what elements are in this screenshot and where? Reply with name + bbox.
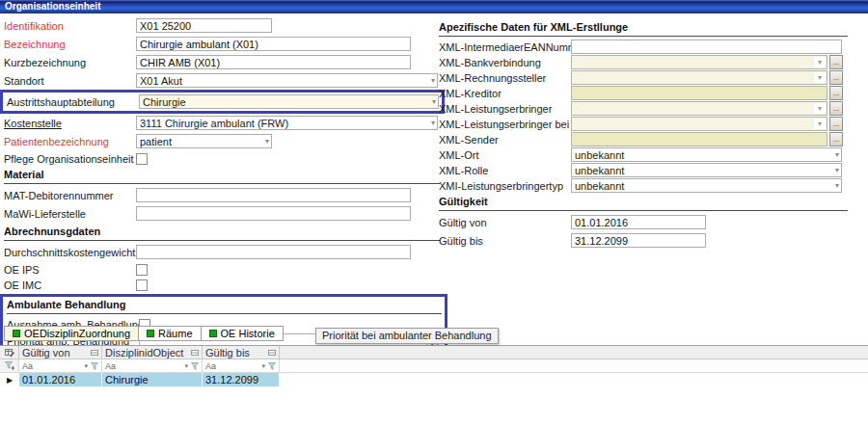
xml-leistungserbringer-langzeit-browse-button[interactable]: ...: [829, 117, 843, 131]
xmi-leistungserbringertyp-select[interactable]: unbekannt ▾: [571, 178, 842, 193]
green-square-icon: [13, 330, 20, 337]
xmi-leistungserbringertyp-label: XMI-Leistungserbringertyp: [439, 180, 571, 192]
pflege-oe-label: Pflege Organisationseinheit: [4, 153, 136, 165]
grid-cell-gueltig-von[interactable]: 01.01.2016: [19, 373, 102, 386]
kurzbezeichnung-input[interactable]: [136, 55, 411, 69]
tab-oedisziplinzuordnung[interactable]: OEDisziplinZuordnung: [4, 326, 139, 341]
chevron-down-icon: ▾: [431, 76, 435, 86]
grid-header-filler: [280, 346, 868, 359]
identifikation-label: Identifikation: [4, 20, 136, 32]
grid-header-row: Gültig von DisziplinidObject Gültig bis: [0, 346, 868, 359]
funnel-icon[interactable]: [268, 362, 276, 370]
green-square-icon: [147, 330, 154, 337]
kostenstelle-label[interactable]: Kostenstelle: [4, 118, 136, 129]
xml-bankverbindung-label: XML-Bankverbindung: [439, 57, 571, 68]
grid-column-header-gueltig-von[interactable]: Gültig von: [19, 346, 102, 359]
xml-kreditor-field[interactable]: [571, 86, 827, 100]
bezeichnung-label: Bezeichnung: [4, 39, 136, 50]
xml-ort-select[interactable]: unbekannt ▾: [571, 147, 842, 162]
tab-label: OE Historie: [221, 328, 275, 339]
organisationseinheit-window: Organisationseinheit Identifikation Beze…: [0, 0, 868, 425]
chevron-down-icon: ▾: [814, 103, 826, 114]
chevron-down-icon: ▾: [814, 119, 826, 129]
grid-cell-disziplinidobject[interactable]: Chirurgie: [102, 373, 203, 386]
funnel-plus-icon: [5, 361, 14, 370]
pin-column-icon[interactable]: [268, 347, 276, 359]
left-form-panel: Identifikation Bezeichnung Kurzbezeichnu…: [4, 18, 440, 354]
chevron-down-icon: ▾: [835, 150, 839, 160]
grid-customize-cell[interactable]: [0, 346, 19, 359]
patientenbezeichnung-label: Patientenbezeichnung: [4, 136, 136, 147]
austrittshauptabteilung-highlight-box: Austrittshauptabteilung Chirurgie ▾: [0, 90, 445, 114]
funnel-icon[interactable]: [191, 362, 199, 370]
austrittshauptabteilung-select[interactable]: Chirurgie ▾: [139, 94, 439, 109]
filter-cell-disziplinidobject[interactable]: Aa ▾: [102, 359, 203, 373]
xml-rechnungssteller-label: XML-Rechnungssteller: [439, 72, 571, 84]
grid-filter-row: Aa ▾ Aa ▾ Aa ▾: [0, 359, 868, 373]
filter-add-cell[interactable]: [0, 359, 19, 373]
filter-cell-gueltig-bis[interactable]: Aa ▾: [203, 359, 280, 373]
kurzbezeichnung-label: Kurzbezeichnung: [4, 57, 136, 68]
tab-oe-historie[interactable]: OE Historie: [201, 326, 284, 341]
xml-bankverbindung-select[interactable]: ▾: [571, 55, 827, 69]
gueltig-bis-input[interactable]: [571, 233, 706, 248]
grid-column-header-disziplinidobject[interactable]: DisziplinidObject: [102, 346, 203, 359]
gueltig-von-input[interactable]: [571, 215, 706, 229]
grid-data-row[interactable]: ▶ 01.01.2016 Chirurgie 31.12.2099: [0, 373, 868, 386]
sort-mode-icon[interactable]: Aa: [105, 361, 116, 371]
chevron-down-icon: ▾: [265, 137, 269, 146]
tab-raeume[interactable]: Räume: [138, 326, 201, 341]
xml-ort-label: XML-Ort: [439, 149, 571, 161]
standort-select[interactable]: X01 Akut ▾: [136, 73, 438, 88]
identifikation-input[interactable]: [136, 18, 272, 33]
austrittshauptabteilung-value: Chirurgie: [143, 96, 186, 108]
funnel-icon[interactable]: [91, 362, 98, 370]
xml-ort-value: unbekannt: [575, 149, 624, 161]
chevron-down-icon[interactable]: ▾: [261, 362, 265, 370]
xml-leistungserbringer-langzeit-label: XML-Leistungserbringer bei Langzeitpati: [439, 119, 571, 130]
durchschnittskostengewicht-input[interactable]: [136, 245, 411, 259]
pflege-oe-checkbox[interactable]: [136, 153, 148, 165]
chevron-down-icon[interactable]: ▾: [184, 362, 188, 370]
kostenstelle-value: 3111 Chirurgie ambulant (FRW): [140, 118, 288, 129]
window-title-bar: Organisationseinheit: [0, 0, 868, 13]
chevron-down-icon: ▾: [431, 119, 435, 128]
xml-rechnungssteller-browse-button[interactable]: ...: [829, 70, 843, 85]
mat-debitorennummer-label: MAT-Debitorennummer: [4, 190, 136, 201]
oe-disziplin-grid: Gültig von DisziplinidObject Gültig bis: [0, 345, 868, 386]
detail-tab-strip: OEDisziplinZuordnung Räume OE Historie: [5, 326, 284, 341]
chevron-down-icon[interactable]: ▾: [84, 362, 88, 370]
filter-cell-gueltig-von[interactable]: Aa ▾: [19, 359, 102, 373]
page-title: Organisationseinheit: [5, 1, 100, 12]
xml-leistungserbringer-select[interactable]: ▾: [571, 101, 827, 116]
patientenbezeichnung-select[interactable]: patient ▾: [136, 134, 272, 148]
customize-grid-icon: [5, 348, 14, 358]
xml-leistungserbringer-browse-button[interactable]: ...: [829, 101, 843, 116]
grid-column-header-gueltig-bis[interactable]: Gültig bis: [203, 346, 280, 359]
standort-label: Standort: [4, 75, 136, 87]
xml-leistungserbringer-langzeit-select[interactable]: ▾: [571, 117, 827, 131]
mawi-lieferstelle-input[interactable]: [136, 206, 411, 221]
chevron-down-icon: ▾: [432, 97, 436, 107]
sort-mode-icon[interactable]: Aa: [205, 361, 216, 371]
mat-debitorennummer-input[interactable]: [136, 188, 411, 202]
xml-sender-browse-button[interactable]: ...: [829, 132, 843, 146]
xml-intermediaer-label: XML-IntermediaerEANNummer: [439, 41, 571, 53]
oe-ips-checkbox[interactable]: [136, 264, 148, 276]
xml-rechnungssteller-select[interactable]: ▾: [571, 70, 827, 85]
xml-rolle-select[interactable]: unbekannt ▾: [571, 163, 842, 177]
sort-mode-icon[interactable]: Aa: [22, 361, 33, 371]
pin-column-icon[interactable]: [91, 347, 98, 359]
material-section-header: Material: [4, 168, 440, 184]
oe-imc-checkbox[interactable]: [136, 279, 148, 291]
xml-rolle-label: XML-Rolle: [439, 165, 571, 176]
grid-cell-gueltig-bis[interactable]: 31.12.2099: [203, 373, 280, 386]
xml-bankverbindung-browse-button[interactable]: ...: [829, 55, 843, 69]
xml-kreditor-browse-button[interactable]: ...: [829, 86, 843, 100]
bezeichnung-input[interactable]: [136, 37, 411, 51]
kostenstelle-select[interactable]: 3111 Chirurgie ambulant (FRW) ▾: [136, 116, 438, 130]
xml-sender-field[interactable]: [571, 132, 827, 146]
xml-intermediaer-input[interactable]: [571, 40, 842, 54]
row-indicator-icon: ▶: [7, 376, 13, 385]
pin-column-icon[interactable]: [191, 347, 199, 359]
